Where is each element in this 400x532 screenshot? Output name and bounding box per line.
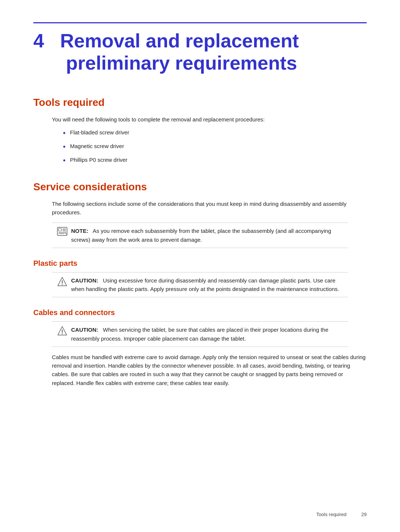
svg-point-12 — [62, 334, 63, 334]
tools-required-intro: You will need the following tools to com… — [52, 115, 367, 124]
tools-required-heading: Tools required — [33, 97, 367, 108]
chapter-title-line2: preliminary requirements — [66, 52, 297, 74]
cables-caution-label: CAUTION: — [71, 327, 98, 333]
page-footer: Tools required 29 — [316, 512, 367, 517]
tool-item-1: Flat-bladed screw driver — [70, 128, 129, 137]
plastic-parts-caution-label: CAUTION: — [71, 277, 98, 284]
cables-caution-content: CAUTION: When servicing the tablet, be s… — [71, 325, 343, 343]
plastic-parts-caution-box: CAUTION: Using excessive force during di… — [52, 272, 348, 298]
service-considerations-intro: The following sections include some of t… — [52, 200, 367, 217]
note-content: NOTE: As you remove each subassembly fro… — [71, 227, 343, 244]
plastic-parts-caution-content: CAUTION: Using excessive force during di… — [71, 276, 343, 294]
service-considerations-heading: Service considerations — [33, 181, 367, 193]
list-item: • Magnetic screw driver — [63, 142, 367, 153]
list-item: • Flat-bladed screw driver — [63, 128, 367, 139]
note-text: As you remove each subassembly from the … — [71, 228, 331, 242]
tool-item-2: Magnetic screw driver — [70, 142, 124, 150]
tool-item-3: Phillips P0 screw driver — [70, 155, 127, 164]
cables-connectors-heading: Cables and connectors — [33, 308, 367, 317]
bullet-icon: • — [63, 141, 66, 153]
svg-point-9 — [62, 284, 63, 285]
plastic-parts-heading: Plastic parts — [33, 259, 367, 268]
footer-section-label: Tools required — [316, 512, 347, 517]
footer-page-number: 29 — [361, 512, 367, 517]
caution-icon — [57, 326, 67, 336]
tools-list: • Flat-bladed screw driver • Magnetic sc… — [63, 128, 367, 166]
plastic-parts-caution-text: Using excessive force during disassembly… — [71, 277, 339, 292]
svg-rect-1 — [59, 228, 61, 231]
list-item: • Phillips P0 screw driver — [63, 155, 367, 166]
caution-icon — [57, 277, 67, 287]
note-label: NOTE: — [71, 228, 89, 234]
cables-caution-text: When servicing the tablet, be sure that … — [71, 327, 329, 341]
page: 4 Removal and replacement preliminary re… — [0, 0, 400, 532]
cables-body-text: Cables must be handled with extreme care… — [52, 353, 367, 387]
note-box: NOTE: As you remove each subassembly fro… — [52, 222, 348, 248]
chapter-number: 4 — [33, 30, 44, 51]
cables-caution-box: CAUTION: When servicing the tablet, be s… — [52, 321, 348, 347]
chapter-title: 4 Removal and replacement preliminary re… — [33, 30, 367, 74]
bullet-icon: • — [63, 155, 66, 166]
chapter-header: 4 Removal and replacement preliminary re… — [33, 22, 367, 74]
chapter-title-line1: Removal and replacement — [60, 30, 299, 51]
note-icon — [57, 227, 67, 236]
bullet-icon: • — [63, 127, 66, 139]
